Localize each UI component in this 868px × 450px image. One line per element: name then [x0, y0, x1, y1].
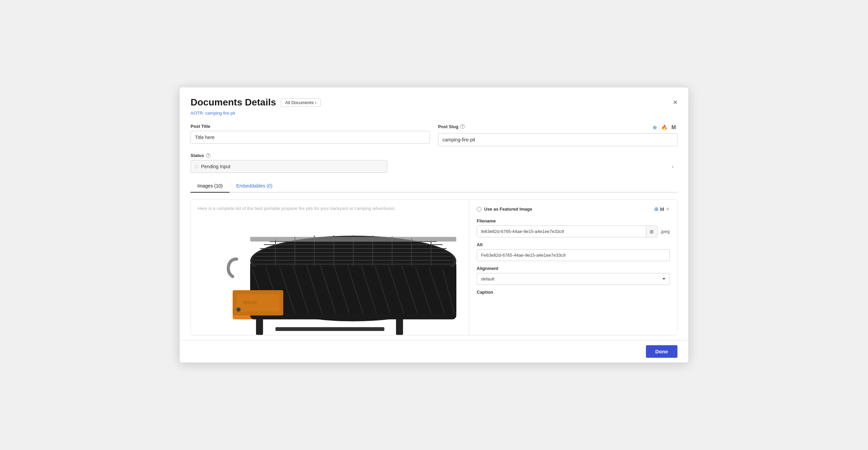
wordpress-icon: ⊕: [651, 124, 658, 131]
image-settings-panel: Use as Featured Image ⊕ M ✕ Filename ⊞ .…: [469, 200, 677, 335]
status-select[interactable]: Pending Input Draft Published Review: [191, 160, 387, 173]
modal-header: Documents Details All Documents › ×: [191, 97, 677, 108]
filename-extension: .jpeg: [660, 229, 670, 234]
aotr-link[interactable]: AOTR: camping fire pit: [191, 111, 677, 116]
breadcrumb-arrow: ›: [315, 100, 316, 105]
caption-label: Caption: [477, 290, 670, 295]
grill-image: ⊕Bolie: [198, 214, 462, 335]
post-slug-label: Post Slug ?: [438, 124, 465, 129]
status-help-icon[interactable]: ?: [206, 153, 211, 158]
post-slug-help-icon[interactable]: ?: [460, 124, 465, 129]
status-select-wrapper: Pending Input Draft Published Review ›: [191, 160, 677, 173]
documents-details-modal: Documents Details All Documents › × AOTR…: [180, 87, 688, 363]
alignment-select[interactable]: default left center right: [477, 273, 670, 285]
post-slug-label-row: Post Slug ? ⊕ 🔥 M: [438, 124, 677, 131]
featured-x-icon: ✕: [666, 207, 670, 212]
filename-label: Filename: [477, 218, 670, 223]
image-preview-panel: Here is a complete list of the best port…: [191, 200, 469, 335]
image-card: Here is a complete list of the best port…: [191, 199, 677, 335]
done-button[interactable]: Done: [646, 345, 678, 358]
featured-m-icon: M: [660, 206, 665, 212]
svg-rect-2: [275, 327, 384, 331]
alt-label: Alt: [477, 242, 670, 247]
alt-input[interactable]: [477, 249, 670, 261]
title-slug-row: Post Title Post Slug ? ⊕ 🔥 M: [191, 124, 677, 146]
featured-platform-icons: ⊕ M ✕: [654, 206, 670, 212]
filename-row: ⊞ .jpeg: [477, 226, 670, 237]
post-title-input[interactable]: [191, 131, 430, 144]
svg-rect-24: [250, 237, 456, 242]
all-documents-breadcrumb[interactable]: All Documents ›: [281, 98, 321, 107]
filename-input[interactable]: [477, 226, 646, 237]
image-caption-text: Here is a complete list of the best port…: [198, 206, 462, 211]
featured-image-label[interactable]: Use as Featured Image: [477, 207, 532, 212]
filename-copy-button[interactable]: ⊞: [646, 226, 657, 237]
post-slug-input[interactable]: [438, 133, 677, 146]
status-chevron-icon: ›: [672, 164, 673, 169]
svg-text:⊕Bolie: ⊕Bolie: [243, 300, 257, 305]
breadcrumb-label: All Documents: [285, 100, 314, 105]
tab-embeddables[interactable]: Embeddables (0): [230, 180, 279, 193]
grill-svg: ⊕Bolie: [198, 214, 462, 335]
fire-icon: 🔥: [660, 124, 668, 131]
alignment-label: Alignment: [477, 266, 670, 271]
featured-image-row: Use as Featured Image ⊕ M ✕: [477, 206, 670, 212]
medium-icon: M: [670, 124, 677, 131]
svg-point-45: [237, 309, 240, 311]
status-label: Status ?: [191, 153, 677, 158]
tabs-row: Images (10) Embeddables (0): [191, 180, 677, 193]
featured-image-radio[interactable]: [477, 207, 481, 212]
close-button[interactable]: ×: [673, 99, 677, 106]
status-row: Status ? Pending Input Draft Published R…: [191, 153, 677, 173]
svg-rect-42: [237, 294, 279, 312]
post-title-label: Post Title: [191, 124, 430, 129]
tab-images[interactable]: Images (10): [191, 180, 230, 193]
slug-platform-icons: ⊕ 🔥 M: [651, 124, 677, 131]
filename-input-wrapper: ⊞: [477, 226, 657, 237]
close-icon: ×: [673, 98, 677, 106]
post-title-col: Post Title: [191, 124, 430, 146]
modal-footer: Done: [180, 340, 688, 363]
caption-section: Caption: [477, 290, 670, 295]
modal-title: Documents Details: [191, 97, 276, 108]
featured-wp-icon: ⊕: [654, 206, 658, 212]
post-slug-col: Post Slug ? ⊕ 🔥 M: [438, 124, 677, 146]
